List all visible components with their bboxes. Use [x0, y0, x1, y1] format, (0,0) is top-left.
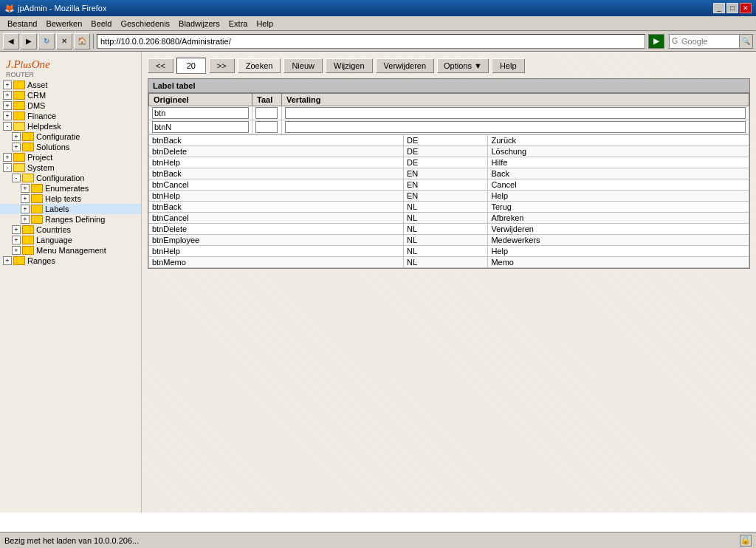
table-row[interactable]: btnHelpNLHelp — [149, 246, 749, 257]
table-row[interactable]: btnCancelNLAfbreken — [149, 213, 749, 224]
logo-text: J.PlusOne — [6, 58, 135, 71]
sidebar-item-system[interactable]: - System — [0, 162, 141, 173]
sidebar-item-helpdesk[interactable]: - Helpdesk — [0, 121, 141, 131]
sidebar-item-asset[interactable]: + Asset — [0, 80, 141, 90]
cell-origineel-8: btnDelete — [149, 224, 404, 235]
table-row[interactable]: btnHelpDEHilfe — [149, 157, 749, 168]
menu-beeld[interactable]: Beeld — [86, 18, 116, 30]
data-table-wrapper: Label tabel Origineel Taal Vertaling — [148, 78, 750, 269]
toggle-asset[interactable]: + — [3, 81, 12, 89]
toggle-countries[interactable]: + — [12, 225, 21, 234]
search-input[interactable] — [680, 37, 739, 46]
table-row[interactable]: btnCancelENCancel — [149, 179, 749, 191]
table-row[interactable]: btnDeleteNLVerwijderen — [149, 224, 749, 235]
edit-button[interactable]: Wijzigen — [326, 58, 373, 73]
close-button[interactable]: ✕ — [740, 3, 752, 13]
filter-input-origineel-1[interactable] — [152, 107, 249, 119]
toggle-finance[interactable]: + — [3, 112, 12, 120]
table-toolbar: << >> Zoeken Nieuw Wijzigen Verwijderen … — [148, 58, 750, 74]
forward-button[interactable]: ▶ — [21, 33, 37, 49]
prev-button[interactable]: << — [148, 58, 173, 73]
toggle-ranges-defining[interactable]: + — [21, 215, 30, 224]
table-row[interactable]: btnEmployeeNLMedewerkers — [149, 235, 749, 246]
filter-taal-1[interactable] — [252, 106, 282, 120]
search-go-button[interactable]: 🔍 — [739, 35, 752, 48]
filter-vertaling-2[interactable] — [282, 120, 749, 134]
toggle-configuratie[interactable]: + — [12, 132, 21, 141]
toggle-system[interactable]: - — [3, 163, 12, 172]
maximize-button[interactable]: □ — [726, 3, 738, 13]
menu-extra[interactable]: Extra — [224, 18, 252, 30]
filter-origineel-1[interactable] — [149, 106, 252, 120]
filter-input-vertaling-2[interactable] — [285, 121, 746, 133]
menu-bladwijzers[interactable]: Bladwijzers — [174, 18, 224, 30]
new-button[interactable]: Nieuw — [284, 58, 323, 73]
table-row[interactable]: btnBackDEZurück — [149, 135, 749, 146]
filter-input-origineel-2[interactable] — [152, 121, 249, 133]
folder-icon-dms — [13, 101, 25, 110]
refresh-button[interactable]: ↻ — [38, 33, 55, 49]
options-button[interactable]: Options ▼ — [437, 58, 489, 73]
sidebar-item-project[interactable]: + Project — [0, 152, 141, 162]
filter-taal-2[interactable] — [252, 120, 282, 134]
menu-bewerken[interactable]: Bewerken — [41, 18, 86, 30]
title-bar: 🦊 jpAdmin - Mozilla Firefox _ □ ✕ — [0, 0, 756, 16]
menu-bestand[interactable]: Bestand — [3, 18, 41, 30]
sidebar-item-labels[interactable]: + Labels — [0, 204, 141, 214]
table-row[interactable]: btnDeleteDELöschung — [149, 146, 749, 157]
toggle-language[interactable]: + — [12, 236, 21, 244]
sidebar-item-language[interactable]: + Language — [0, 235, 141, 245]
label-project: Project — [27, 153, 52, 162]
stop-button[interactable]: ✕ — [56, 33, 72, 49]
help-button[interactable]: Help — [492, 58, 525, 73]
sidebar-item-countries[interactable]: + Countries — [0, 225, 141, 235]
filter-input-taal-1[interactable] — [255, 107, 278, 119]
filter-vertaling-1[interactable] — [282, 106, 749, 120]
toggle-enumerates[interactable]: + — [21, 184, 30, 193]
delete-button[interactable]: Verwijderen — [376, 58, 434, 73]
label-crm: CRM — [27, 91, 46, 100]
address-input[interactable] — [97, 34, 645, 49]
filter-input-taal-2[interactable] — [255, 121, 278, 133]
toggle-configuration[interactable]: - — [12, 174, 21, 182]
sidebar-item-menu-management[interactable]: + Menu Management — [0, 245, 141, 256]
toggle-crm[interactable]: + — [3, 91, 12, 100]
sidebar-item-dms[interactable]: + DMS — [0, 100, 141, 111]
toggle-project[interactable]: + — [3, 153, 12, 162]
minimize-button[interactable]: _ — [713, 3, 725, 13]
folder-icon-help-texts — [31, 194, 43, 203]
cell-taal-4: EN — [404, 179, 488, 191]
sidebar-item-enumerates[interactable]: + Enumerates — [0, 183, 141, 193]
count-input[interactable] — [176, 58, 206, 74]
table-row[interactable]: btnHelpENHelp — [149, 191, 749, 202]
search-button[interactable]: Zoeken — [238, 58, 281, 73]
sidebar-item-configuration[interactable]: - Configuration — [0, 173, 141, 183]
table-row[interactable]: btnBackENBack — [149, 168, 749, 179]
toggle-helpdesk[interactable]: - — [3, 122, 12, 131]
next-button[interactable]: >> — [209, 58, 235, 73]
cell-vertaling-9: Medewerkers — [488, 235, 749, 246]
toggle-dms[interactable]: + — [3, 101, 12, 110]
sidebar-item-finance[interactable]: + Finance — [0, 111, 141, 121]
sidebar-item-solutions[interactable]: + Solutions — [0, 142, 141, 152]
toggle-ranges[interactable]: + — [3, 256, 12, 265]
sidebar-item-configuratie[interactable]: + Configuratie — [0, 131, 141, 142]
search-logo: G — [670, 37, 680, 45]
home-button[interactable]: 🏠 — [74, 33, 90, 49]
toggle-labels[interactable]: + — [21, 205, 30, 213]
filter-input-vertaling-1[interactable] — [285, 107, 746, 119]
go-button[interactable]: ▶ — [648, 34, 664, 49]
toggle-menu-management[interactable]: + — [12, 246, 21, 255]
toggle-solutions[interactable]: + — [12, 143, 21, 151]
sidebar-item-ranges-defining[interactable]: + Ranges Defining — [0, 214, 141, 225]
menu-help[interactable]: Help — [252, 18, 278, 30]
sidebar-item-help-texts[interactable]: + Help texts — [0, 193, 141, 204]
back-button[interactable]: ◀ — [3, 33, 19, 49]
table-row[interactable]: btnMemoNLMemo — [149, 257, 749, 268]
filter-origineel-2[interactable] — [149, 120, 252, 134]
table-row[interactable]: btnBackNLTerug — [149, 202, 749, 213]
sidebar-item-crm[interactable]: + CRM — [0, 90, 141, 100]
menu-geschiedenis[interactable]: Geschiedenis — [116, 18, 174, 30]
sidebar-item-ranges[interactable]: + Ranges — [0, 256, 141, 266]
toggle-help-texts[interactable]: + — [21, 194, 30, 203]
